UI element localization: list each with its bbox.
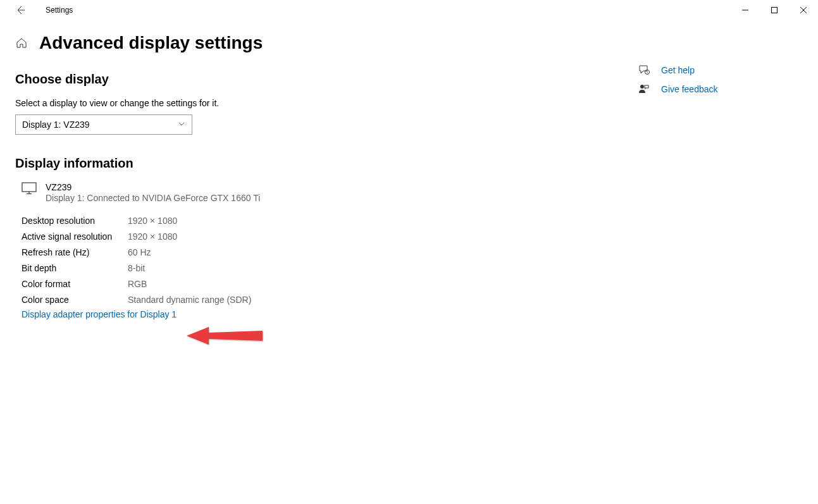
page-title: Advanced display settings <box>39 33 263 53</box>
info-label: Refresh rate (Hz) <box>22 245 128 261</box>
give-feedback-link[interactable]: Give feedback <box>638 83 803 95</box>
svg-point-10 <box>640 85 644 89</box>
info-label: Desktop resolution <box>22 213 128 229</box>
choose-display-heading: Choose display <box>15 72 638 87</box>
monitor-connection-info: Display 1: Connected to NVIDIA GeForce G… <box>46 193 260 203</box>
info-value: 60 Hz <box>128 245 151 261</box>
svg-rect-11 <box>645 85 648 88</box>
info-label: Bit depth <box>22 261 128 276</box>
chevron-down-icon <box>178 120 185 130</box>
help-icon: ? <box>638 65 650 76</box>
info-row: Active signal resolution 1920 × 1080 <box>22 229 638 245</box>
info-value: 1920 × 1080 <box>128 229 177 245</box>
info-row: Color space Standard dynamic range (SDR) <box>22 292 638 308</box>
back-button[interactable] <box>8 0 33 20</box>
app-name: Settings <box>46 6 73 15</box>
display-select-dropdown[interactable]: Display 1: VZ239 <box>15 114 192 135</box>
display-select-value: Display 1: VZ239 <box>22 120 90 130</box>
info-row: Refresh rate (Hz) 60 Hz <box>22 245 638 261</box>
get-help-link[interactable]: ? Get help <box>638 65 803 76</box>
info-value: RGB <box>128 276 147 292</box>
svg-rect-5 <box>22 183 36 192</box>
info-row: Bit depth 8-bit <box>22 261 638 276</box>
feedback-icon <box>638 83 650 95</box>
choose-display-desc: Select a display to view or change the s… <box>15 98 638 108</box>
svg-text:?: ? <box>647 71 648 75</box>
display-info-heading: Display information <box>15 156 638 171</box>
info-label: Active signal resolution <box>22 229 128 245</box>
svg-rect-2 <box>772 8 778 13</box>
info-label: Color format <box>22 276 128 292</box>
info-value: 1920 × 1080 <box>128 213 177 229</box>
monitor-icon <box>22 182 37 203</box>
close-button[interactable] <box>789 0 818 20</box>
annotation-arrow <box>183 322 266 347</box>
info-label: Color space <box>22 292 128 308</box>
maximize-button[interactable] <box>760 0 789 20</box>
get-help-label: Get help <box>661 65 695 75</box>
info-row: Color format RGB <box>22 276 638 292</box>
give-feedback-label: Give feedback <box>661 84 718 94</box>
display-adapter-properties-link[interactable]: Display adapter properties for Display 1 <box>15 309 177 319</box>
monitor-name: VZ239 <box>46 182 260 192</box>
info-value: 8-bit <box>128 261 145 276</box>
info-row: Desktop resolution 1920 × 1080 <box>22 213 638 229</box>
home-icon[interactable] <box>15 37 28 49</box>
info-value: Standard dynamic range (SDR) <box>128 292 251 308</box>
minimize-button[interactable] <box>731 0 760 20</box>
